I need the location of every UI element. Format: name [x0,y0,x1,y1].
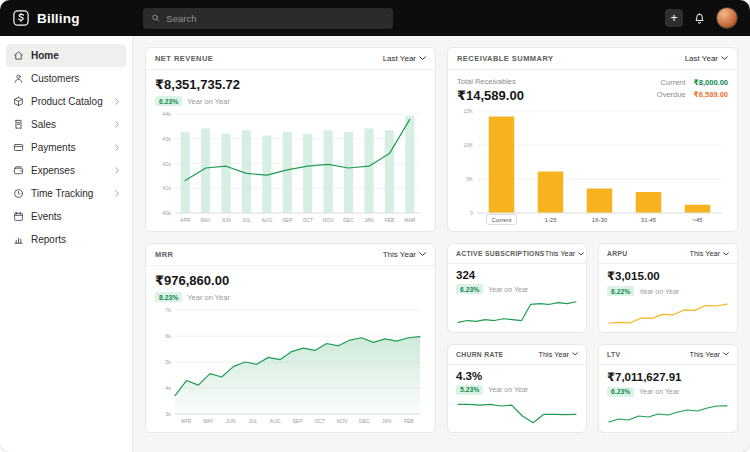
sidebar: Home Customers Product Catalog Sales [0,36,133,452]
chevron-right-icon [115,144,120,151]
svg-text:31-45: 31-45 [641,217,657,223]
yoy-caption: Year on Year [488,386,528,393]
yoy-row: 8.23% Year on Year [155,292,426,302]
sales-icon [13,119,24,130]
sidebar-item-expenses[interactable]: Expenses [6,159,126,182]
period-label: This Year [545,249,575,258]
ltv-period-dropdown[interactable]: This Year [690,350,729,359]
churn-period-dropdown[interactable]: This Year [539,350,578,359]
svg-text:JAN: JAN [382,418,392,424]
svg-text:JAN: JAN [364,217,374,223]
global-search[interactable] [143,8,393,29]
svg-text:3k: 3k [165,411,171,417]
notifications-button[interactable] [693,12,706,25]
net-revenue-value: ₹8,351,735.72 [155,77,426,92]
topbar-actions: + [665,7,738,29]
chevron-down-icon [419,56,426,61]
receivable-period-dropdown[interactable]: Last Year [685,54,728,63]
yoy-row: 5.23% Year on Year [456,385,578,395]
svg-text:JUL: JUL [242,217,251,223]
period-label: Last Year [383,54,416,63]
mrr-card: MRR This Year ₹976,860.00 8.23% Year on … [145,243,436,433]
sidebar-item-product-catalog[interactable]: Product Catalog [6,90,126,113]
svg-text:7k: 7k [165,307,171,313]
payments-icon [13,142,24,153]
active-subscriptions-card: ACTIVE SUBSCRIPTIONS This Year 324 6.23%… [447,243,587,333]
card-title: MRR [155,250,173,259]
period-label: Last Year [685,54,718,63]
svg-text:OCT: OCT [314,418,325,424]
search-input[interactable] [166,13,385,24]
svg-text:10K: 10K [463,142,473,148]
search-icon [151,13,160,23]
yoy-caption: Year on Year [187,293,230,302]
chevron-right-icon [115,167,120,174]
quick-add-button[interactable]: + [665,9,683,27]
svg-text:NOV: NOV [337,418,349,424]
chevron-down-icon [572,352,578,356]
yoy-row: 6.23% Year on Year [456,284,578,294]
svg-text:MAY: MAY [203,418,214,424]
sidebar-item-label: Time Tracking [31,188,93,199]
kpi-grid: ACTIVE SUBSCRIPTIONS This Year 324 6.23%… [447,243,738,433]
yoy-badge: 6.22% [607,286,634,296]
svg-text:SEP: SEP [282,217,293,223]
sidebar-item-sales[interactable]: Sales [6,113,126,136]
yoy-badge: 6.23% [155,96,182,106]
svg-text:SEP: SEP [292,418,303,424]
sidebar-item-reports[interactable]: Reports [6,228,126,251]
receivable-breakdown: Current ₹8,000.00 Overdue ₹6,589.00 [657,78,728,99]
active-subscriptions-value: 324 [456,269,578,281]
active-subscriptions-sparkline [456,297,578,328]
overdue-value: ₹6,589.00 [694,90,728,99]
chevron-right-icon [115,190,120,197]
receivable-totals: Total Receivables ₹14,589.00 Current ₹8,… [457,77,728,103]
product-catalog-icon [13,96,24,107]
period-label: This Year [690,249,720,258]
sidebar-item-customers[interactable]: Customers [6,67,126,90]
svg-text:43k: 43k [162,136,171,142]
svg-text:1-25: 1-25 [544,217,557,223]
arpu-period-dropdown[interactable]: This Year [690,249,729,258]
user-avatar[interactable] [716,7,738,29]
card-body: Total Receivables ₹14,589.00 Current ₹8,… [448,70,737,231]
total-receivables-value: ₹14,589.00 [457,88,524,103]
sidebar-item-label: Customers [31,73,79,84]
sidebar-item-label: Reports [31,234,66,245]
arpu-sparkline [607,299,729,328]
churn-rate-sparkline [456,398,578,429]
yoy-badge: 8.23% [155,292,182,302]
svg-text:AUG: AUG [261,217,272,223]
svg-text:APR: APR [181,418,192,424]
sidebar-item-payments[interactable]: Payments [6,136,126,159]
svg-text:FEB: FEB [404,418,414,424]
active-subscriptions-period-dropdown[interactable]: This Year [545,249,584,258]
sidebar-item-time-tracking[interactable]: Time Tracking [6,182,126,205]
sidebar-item-home[interactable]: Home [6,44,126,67]
svg-text:6k: 6k [165,333,171,339]
ltv-card: LTV This Year ₹7,011,627.91 6.23% Year o… [598,344,738,434]
period-label: This Year [539,350,569,359]
brand[interactable]: Billing [12,9,133,27]
card-header: NET REVENUE Last Year [146,48,435,70]
yoy-row: 6.22% Year on Year [607,286,729,296]
sidebar-item-label: Home [31,50,59,61]
svg-text:DEC: DEC [343,217,354,223]
churn-rate-card: CHURN RATE This Year 4.3% 5.23% Year on … [447,344,587,434]
mrr-period-dropdown[interactable]: This Year [383,250,426,259]
overdue-label: Overdue [657,90,686,99]
chevron-down-icon [723,352,729,356]
chevron-right-icon [115,98,120,105]
sidebar-item-events[interactable]: Events [6,205,126,228]
sidebar-item-label: Sales [31,119,56,130]
net-revenue-period-dropdown[interactable]: Last Year [383,54,426,63]
svg-text:NOV: NOV [323,217,335,223]
billing-logo-icon [12,9,30,27]
card-title: NET REVENUE [155,54,213,63]
svg-text:40k: 40k [162,210,171,216]
events-icon [13,211,24,222]
svg-text:FEB: FEB [385,217,395,223]
chevron-down-icon [419,252,426,257]
current-value: ₹8,000.00 [694,78,728,87]
app-title: Billing [37,11,80,26]
